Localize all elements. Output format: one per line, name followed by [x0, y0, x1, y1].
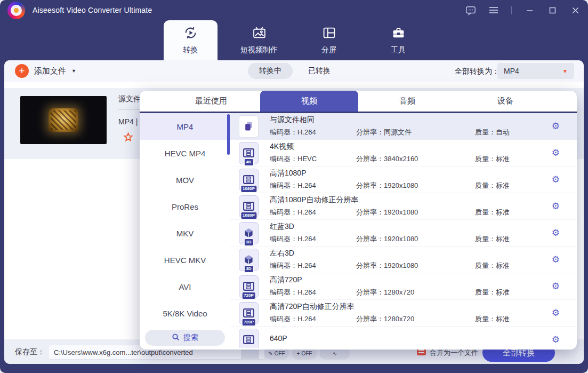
format-badge: 720P: [241, 319, 256, 326]
cube-format-icon: 3D: [239, 249, 259, 271]
format-name: 高清720P自动修正分辨率: [270, 302, 552, 312]
converting-tab[interactable]: 转换中: [248, 63, 293, 79]
tab-convert[interactable]: 转换: [164, 20, 218, 60]
format-panel-tabs: 最近使用 视频 音频 设备: [140, 91, 577, 113]
format-list: 与源文件相同编码器：H.264分辨率：同源文件质量：自动⚙4K4K视频编码器：H…: [230, 113, 577, 348]
sidebar-item-mkv[interactable]: MKV: [140, 220, 230, 247]
toolbox-briefcase-icon: [391, 26, 406, 42]
format-row[interactable]: 3D左右3D编码器：H.264分辨率：1920x1080质量：标准⚙: [230, 247, 577, 273]
encoder-text: 编码器：HEVC: [270, 154, 356, 164]
tab-toolbox-label: 工具: [391, 45, 406, 55]
resolution-text: 分辨率：3840x2160: [356, 154, 475, 164]
close-button[interactable]: [570, 5, 581, 15]
encoder-text: 编码器：H.264: [270, 288, 356, 297]
search-button[interactable]: 搜索: [145, 330, 225, 346]
plus-icon: +: [297, 351, 300, 356]
sidebar-item-mov[interactable]: MOV: [140, 166, 230, 193]
sidebar-item-hevc-mkv[interactable]: HEVC MKV: [140, 247, 230, 273]
encoder-text: 编码器：H.264: [270, 208, 356, 217]
gear-icon[interactable]: ⚙: [552, 202, 560, 211]
film-format-icon: 720P: [239, 302, 259, 324]
split-screen-icon: [322, 26, 336, 42]
pencil-icon: ✎: [268, 351, 272, 356]
gear-icon[interactable]: ⚙: [552, 175, 560, 184]
gear-icon[interactable]: ⚙: [552, 335, 560, 344]
format-row[interactable]: 720P高清720P编码器：H.264分辨率：1280x720质量：标准⚙: [230, 273, 577, 300]
wave-icon: ∿: [333, 351, 337, 356]
tab-audio[interactable]: 音频: [358, 91, 456, 112]
tab-toolbox[interactable]: 工具: [377, 20, 420, 60]
film-format-icon: 720P: [239, 275, 259, 298]
gear-icon[interactable]: ⚙: [552, 228, 560, 237]
maximize-button[interactable]: [547, 5, 558, 15]
film-format-icon: 4K: [239, 142, 259, 164]
output-format-dropdown[interactable]: MP4 ▼: [497, 63, 574, 79]
menu-hamburger-icon[interactable]: [488, 5, 499, 15]
app-window: Aiseesoft Video Converter Ultimate: [0, 0, 588, 373]
tab-short-video-maker-label: 短视频制作: [240, 45, 278, 55]
format-row[interactable]: 720P高清720P自动修正分辨率编码器：H.264分辨率：1280x720质量…: [230, 300, 577, 327]
convert-icon: [183, 26, 198, 42]
film-format-icon: 1080P: [239, 195, 259, 218]
tab-device[interactable]: 设备: [456, 91, 554, 112]
tab-video[interactable]: 视频: [260, 91, 358, 112]
gear-icon[interactable]: ⚙: [552, 122, 560, 131]
sidebar-item-5k-8k-video[interactable]: 5K/8K Video: [140, 300, 230, 327]
gear-icon[interactable]: ⚙: [552, 148, 560, 157]
format-name: 与源文件相同: [270, 115, 552, 125]
main-nav: 转换 短视频制作 分屏: [0, 20, 588, 60]
minimize-button[interactable]: [524, 5, 535, 15]
quality-text: 质量：标准: [475, 234, 510, 244]
format-row[interactable]: 与源文件相同编码器：H.264分辨率：同源文件质量：自动⚙: [230, 113, 577, 140]
add-files-button[interactable]: + 添加文件 ▼: [15, 64, 76, 78]
quality-text: 质量：标准: [475, 181, 510, 191]
resolution-text: 分辨率：1280x720: [356, 288, 475, 297]
converted-tab[interactable]: 已转换: [308, 66, 331, 76]
chevron-down-icon: ▼: [562, 68, 568, 74]
format-badge: 4K: [244, 158, 253, 166]
sidebar-item-mp4[interactable]: MP4: [140, 113, 230, 140]
copy-format-icon: [239, 115, 259, 138]
video-thumbnail[interactable]: [20, 96, 107, 144]
format-name: 640P: [270, 334, 552, 343]
convert-all-label: 全部转换为：: [455, 67, 500, 76]
format-badge: 720P: [241, 292, 256, 299]
sidebar-item-hevc-mp4[interactable]: HEVC MP4: [140, 140, 230, 166]
film-format-icon: [239, 329, 259, 348]
feedback-message-icon[interactable]: [465, 5, 476, 15]
search-icon: [172, 333, 180, 343]
format-name: 4K视频: [270, 142, 552, 152]
gear-icon[interactable]: ⚙: [552, 282, 560, 291]
format-name: 高清1080P自动修正分辨率: [270, 195, 552, 205]
gear-icon[interactable]: ⚙: [552, 255, 560, 264]
format-badge: 3D: [244, 265, 253, 273]
plus-icon: +: [15, 64, 29, 78]
resolution-text: 分辨率：同源文件: [356, 128, 475, 137]
format-row[interactable]: 1080P高清1080P编码器：H.264分辨率：1920x1080质量：标准⚙: [230, 166, 577, 193]
resolution-text: 分辨率：1920x1080: [356, 208, 475, 217]
format-row[interactable]: 1080P高清1080P自动修正分辨率编码器：H.264分辨率：1920x108…: [230, 193, 577, 220]
encoder-text: 编码器：H.264: [270, 261, 356, 271]
sidebar-item-avi[interactable]: AVI: [140, 273, 230, 300]
tab-split-screen[interactable]: 分屏: [308, 20, 350, 60]
effect-star-icon[interactable]: [123, 132, 134, 145]
resolution-text: 分辨率：1280x720: [356, 314, 475, 324]
tab-convert-label: 转换: [183, 45, 198, 55]
format-row[interactable]: 3D红蓝3D编码器：H.264分辨率：1920x1080质量：标准⚙: [230, 220, 577, 247]
format-name: 高清1080P: [270, 169, 552, 178]
format-badge: 3D: [244, 239, 253, 246]
format-row[interactable]: 640P⚙: [230, 327, 577, 348]
sidebar-item-prores[interactable]: ProRes: [140, 193, 230, 220]
tab-recently-used[interactable]: 最近使用: [162, 91, 260, 112]
sidebar-scrollbar-thumb[interactable]: [227, 114, 230, 155]
gear-icon[interactable]: ⚙: [552, 308, 560, 318]
quality-text: 质量：标准: [475, 261, 510, 271]
format-name: 左右3D: [270, 249, 552, 258]
title-bar: Aiseesoft Video Converter Ultimate: [0, 0, 588, 20]
quality-text: 质量：标准: [475, 208, 510, 217]
chevron-down-icon: ▼: [71, 68, 76, 74]
tab-short-video-maker[interactable]: 短视频制作: [232, 20, 286, 60]
format-row[interactable]: 4K4K视频编码器：HEVC分辨率：3840x2160质量：标准⚙: [230, 140, 577, 166]
file-format-text: MP4 |: [118, 117, 138, 126]
format-sidebar-items: MP4HEVC MP4MOVProResMKVHEVC MKVAVI5K/8K …: [140, 113, 230, 327]
